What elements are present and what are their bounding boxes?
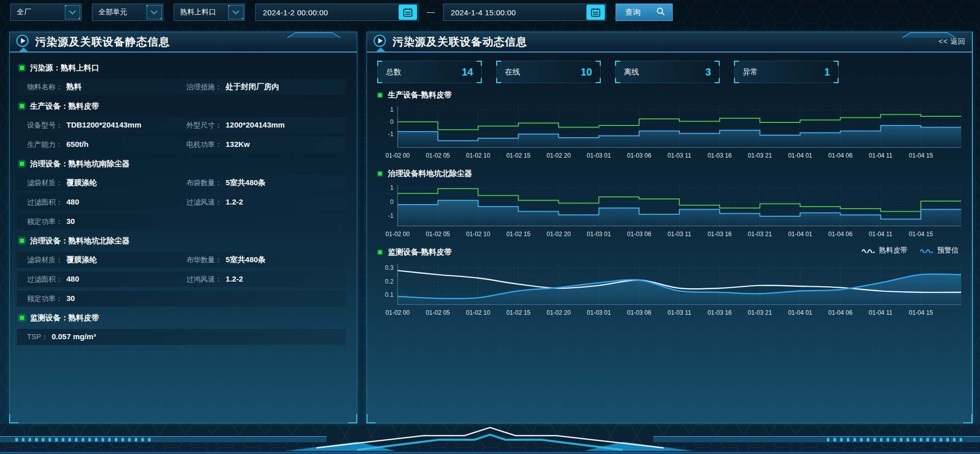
info-label: 滤袋材质： <box>27 256 63 265</box>
svg-text:1: 1 <box>390 106 394 113</box>
stat-value: 10 <box>581 66 592 78</box>
chart-title: 治理设备料地坑北除尘器 <box>388 169 472 179</box>
info-cell: 布袋数量：5室共480条 <box>186 178 346 188</box>
info-label: 过滤面积： <box>27 198 63 207</box>
chevron-down-icon <box>65 5 80 19</box>
back-button[interactable]: << 返回 <box>939 37 966 46</box>
corner-bracket <box>834 78 839 83</box>
info-section-row: 污染源：熟料上料口 <box>19 60 346 75</box>
section-label: 监测设备：熟料皮带 <box>30 313 99 323</box>
search-button[interactable]: 查询 <box>616 4 673 21</box>
stat-card-异常: 异常1 <box>734 61 839 83</box>
source-select-value: 熟料上料口 <box>174 8 216 17</box>
static-info-panel: 污染源及关联设备静态信息 污染源：熟料上料口物料名称：熟料治理措施：处于封闭厂房… <box>9 32 357 423</box>
info-value: 处于封闭厂房内 <box>226 82 279 92</box>
info-label: 设备型号： <box>27 121 63 130</box>
info-value: 480 <box>66 197 79 206</box>
info-section-row: 监测设备：熟料皮带 <box>19 310 346 325</box>
info-label: 治理措施： <box>186 83 222 92</box>
svg-text:01-02 15: 01-02 15 <box>506 309 531 316</box>
svg-text:01-02 10: 01-02 10 <box>466 231 491 238</box>
info-cell: 滤袋材质：覆膜涤纶 <box>27 255 186 265</box>
start-date-input[interactable]: 2024-1-2 00:00:00 <box>255 4 419 21</box>
legend-item: 熟料皮带 <box>862 246 908 255</box>
svg-text:01-03 21: 01-03 21 <box>748 231 772 238</box>
stat-label: 离线 <box>624 67 639 77</box>
svg-text:01-02 00: 01-02 00 <box>385 309 410 316</box>
info-pair-row: TSP：0.057 mg/m³ <box>17 329 346 345</box>
section-bullet-icon <box>19 161 25 167</box>
stat-label: 异常 <box>743 67 758 77</box>
svg-text:01-03 01: 01-03 01 <box>587 152 611 159</box>
chart-title: 监测设备-熟料皮带 <box>388 247 452 257</box>
info-pair-row: 过滤面积：480过滤风速：1.2-2 <box>17 194 346 210</box>
svg-text:01-02 05: 01-02 05 <box>426 309 450 316</box>
section-bullet-icon <box>19 238 25 244</box>
start-date-value: 2024-1-2 00:00:00 <box>256 8 328 17</box>
stat-card-总数: 总数14 <box>377 61 482 83</box>
corner-bracket <box>715 61 720 66</box>
svg-text:01-02 10: 01-02 10 <box>466 309 491 316</box>
info-value: 覆膜涤纶 <box>66 255 97 265</box>
info-cell: TSP：0.057 mg/m³ <box>27 332 186 342</box>
info-pair-row: 物料名称：熟料治理措施：处于封闭厂房内 <box>17 79 346 95</box>
search-icon <box>656 7 665 17</box>
info-cell: 治理措施：处于封闭厂房内 <box>186 82 346 92</box>
section-bullet-icon <box>19 65 25 71</box>
info-pair-row: 生产能力：650t/h电机功率：132Kw <box>17 137 346 153</box>
end-date-input[interactable]: 2024-1-4 15:00:00 <box>443 4 606 21</box>
svg-text:01-02 15: 01-02 15 <box>506 231 531 238</box>
svg-text:01-03 06: 01-03 06 <box>627 152 651 159</box>
info-value: 5室共480条 <box>226 178 265 188</box>
chart-block-0: 生产设备-熟料皮带10-101-02 0001-02 0501-02 1001-… <box>376 88 963 162</box>
svg-text:01-02 00: 01-02 00 <box>385 231 410 238</box>
svg-text:01-02 15: 01-02 15 <box>506 152 531 159</box>
svg-text:1: 1 <box>390 184 394 191</box>
info-label: TSP： <box>27 333 48 342</box>
svg-text:01-02 10: 01-02 10 <box>466 152 491 159</box>
info-value: 1.2-2 <box>226 274 243 283</box>
section-label: 生产设备：熟料皮带 <box>30 102 99 111</box>
info-value: 5室共480条 <box>226 255 265 265</box>
corner-bracket <box>477 78 482 83</box>
info-value: 480 <box>66 274 79 283</box>
info-cell: 过滤面积：480 <box>27 274 186 284</box>
svg-text:01-04 11: 01-04 11 <box>869 309 893 316</box>
info-value: 覆膜涤纶 <box>66 178 97 188</box>
header-accent-decoration <box>375 47 386 53</box>
info-pair-row: 过滤面积：480过鸿风速：1.2-2 <box>17 271 346 287</box>
stat-card-离线: 离线3 <box>615 61 720 83</box>
info-label: 生产能力： <box>27 140 63 149</box>
header-accent-decoration <box>18 47 29 53</box>
calendar-icon[interactable] <box>399 5 417 20</box>
plant-select[interactable]: 全厂 <box>10 4 82 21</box>
info-cell: 过滤风速：1.2-2 <box>186 197 346 207</box>
info-value: 132Kw <box>226 140 250 148</box>
info-cell: 设备型号：TDB1200*204143mm <box>27 120 186 130</box>
static-info-title: 污染源及关联设备静态信息 <box>35 35 170 49</box>
info-cell: 滤袋材质：覆膜涤纶 <box>27 178 186 188</box>
corner-bracket <box>377 78 382 83</box>
source-select[interactable]: 熟料上料口 <box>174 4 245 21</box>
legend-item: 预警信 <box>920 246 959 255</box>
info-label: 物料名称： <box>27 83 63 92</box>
chart-bullet-icon <box>377 92 383 98</box>
corner-bracket <box>377 61 382 66</box>
legend-label: 预警信 <box>937 246 959 255</box>
corner-bracket <box>734 61 739 66</box>
info-label: 过鸿风速： <box>186 275 222 284</box>
info-cell: 额定功率：30 <box>27 217 186 226</box>
section-bullet-icon <box>19 315 25 321</box>
chart-title-row: 监测设备-熟料皮带熟料皮带预警信 <box>377 245 963 259</box>
chart-bullet-icon <box>377 249 383 255</box>
unit-select[interactable]: 全部单元 <box>92 4 163 21</box>
corner-bracket <box>477 61 482 66</box>
calendar-icon[interactable] <box>586 5 605 20</box>
svg-text:01-03 11: 01-03 11 <box>668 309 692 316</box>
chart-canvas-0: 10-101-02 0001-02 0501-02 1001-02 1501-0… <box>377 103 964 162</box>
info-pair-row: 滤袋材质：覆膜涤纶布袋数量：5室共480条 <box>17 175 346 191</box>
dynamic-info-header: 污染源及关联设备动态信息 << 返回 <box>367 32 972 53</box>
info-cell: 过鸿风速：1.2-2 <box>186 274 346 284</box>
chart-legend: 熟料皮带预警信 <box>862 246 959 255</box>
svg-text:01-04 11: 01-04 11 <box>869 152 893 159</box>
